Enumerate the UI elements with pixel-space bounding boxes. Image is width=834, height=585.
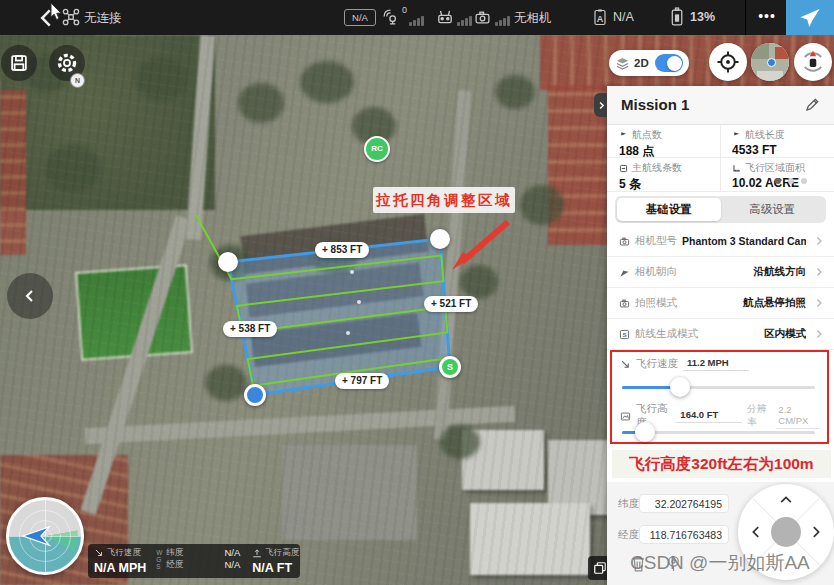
compass-disc — [6, 497, 84, 575]
map-mode-label: 2D — [634, 57, 649, 69]
mission-header: Mission 1 — [607, 86, 834, 125]
speed-icon — [620, 359, 631, 370]
compass-north-label: N — [70, 73, 85, 88]
chevron-right-icon — [814, 329, 824, 339]
takeoff-button[interactable] — [786, 0, 834, 35]
corner-handle-top-right[interactable] — [430, 229, 450, 249]
setting-photo-mode[interactable]: 拍照模式 航点悬停拍照 — [607, 288, 834, 319]
locate-button[interactable] — [709, 43, 747, 81]
heading-arrow-icon — [619, 267, 630, 278]
setting-route-mode[interactable]: S 航线生成模式 区内模式 — [607, 319, 834, 350]
camera-icon — [619, 236, 630, 247]
camera-icon — [474, 9, 491, 26]
layers-icon — [615, 56, 630, 71]
satellite-icon — [382, 8, 399, 25]
status-bar: 无连接 N/A 0 无相机 A N/A — [0, 0, 834, 35]
stat-mainline-count: 主航线条数 5 条 — [607, 158, 720, 191]
dpad-center[interactable] — [771, 517, 801, 547]
collapse-left-button[interactable] — [7, 273, 53, 319]
lat-label: 纬度 — [618, 497, 639, 511]
satellite-count: 0 — [402, 5, 407, 15]
waypoint-dot — [357, 300, 361, 304]
telemetry-lat-value: N/A — [224, 547, 240, 559]
setting-camera-heading[interactable]: 相机朝向 沿航线方向 — [607, 257, 834, 288]
mainline-icon — [619, 164, 628, 173]
chevron-right-icon — [597, 101, 606, 110]
speed-icon — [94, 548, 104, 558]
phone-battery-icon — [668, 7, 685, 27]
speed-slider[interactable] — [622, 386, 815, 389]
altitude-icon — [252, 548, 262, 558]
more-button[interactable]: ••• — [752, 6, 782, 28]
aircraft-heading-arrow — [23, 527, 49, 545]
compass-widget — [6, 497, 84, 575]
airplane-icon — [799, 7, 821, 29]
status-na-badge: N/A — [344, 9, 376, 26]
edge-distance-label: + 853 FT — [315, 242, 369, 258]
mouse-cursor — [50, 3, 64, 21]
watermark: CSDN @一别如斯AA — [630, 550, 810, 576]
nudge-left-button[interactable] — [746, 522, 766, 542]
edit-mission-button[interactable] — [804, 97, 822, 115]
telemetry-speed-label: 飞行速度 — [107, 547, 141, 559]
telemetry-bar: 飞行速度 N/A MPH WGS 纬度 N/A 经度 N/A 飞行高度 N/A … — [88, 544, 300, 578]
setting-camera-model[interactable]: 相机型号 Phantom 3 Standard Camera — [607, 226, 834, 257]
orientation-icon — [800, 49, 826, 75]
aircraft-battery-value: N/A — [613, 10, 634, 24]
waypoint-dot — [346, 331, 350, 335]
altitude-note: 飞行高度320ft左右为100m — [612, 450, 831, 478]
edge-distance-label: + 521 FT — [424, 296, 478, 312]
save-icon — [9, 53, 29, 73]
stat-route-length: 航线长度 4533 FT — [720, 125, 833, 158]
svg-text:A: A — [597, 14, 604, 24]
connection-status: 无连接 — [84, 10, 122, 27]
altitude-slider[interactable] — [622, 431, 815, 434]
map-mode-toggle[interactable]: 2D — [609, 50, 689, 76]
crosshair-icon — [716, 50, 740, 74]
telemetry-alt-value: N/A FT — [252, 561, 299, 575]
stat-waypoints: 航点数 188 点 — [607, 125, 720, 158]
telemetry-alt-label: 飞行高度 — [265, 547, 299, 559]
wgs-label: WGS — [156, 549, 163, 570]
panel-collapse-button[interactable] — [594, 93, 608, 117]
drone-icon — [62, 8, 80, 26]
telemetry-lon-label: 经度 — [166, 559, 183, 571]
nudge-up-button[interactable] — [776, 490, 796, 510]
highlight-annotation-box: 飞行速度 11.2 MPH 飞行高度 164.0 FT 分辨率 2.2 CM/P… — [610, 350, 829, 444]
corner-handle-bottom-left[interactable] — [244, 384, 266, 406]
lat-input[interactable]: 32.202764195 — [639, 494, 729, 513]
svg-text:S: S — [622, 330, 626, 337]
speed-slider-thumb[interactable] — [670, 377, 690, 397]
lon-input[interactable]: 118.716763483 — [639, 525, 729, 544]
save-button[interactable] — [1, 45, 37, 81]
speed-slider-row: 飞行速度 11.2 MPH — [620, 357, 819, 371]
altitude-slider-thumb[interactable] — [635, 422, 655, 442]
telemetry-lat-label: 纬度 — [166, 547, 183, 559]
route-start-marker[interactable]: S — [439, 356, 461, 378]
tab-basic-settings[interactable]: 基础设置 — [617, 198, 721, 221]
stats-page-dots — [775, 178, 807, 184]
tab-advanced-settings[interactable]: 高级设置 — [721, 198, 825, 221]
gear-icon — [56, 52, 78, 74]
chevron-right-icon — [814, 267, 824, 277]
tip-annotation: 拉托四角调整区域 — [373, 187, 515, 213]
rc-signal-bars — [457, 14, 473, 26]
nudge-right-button[interactable] — [806, 522, 826, 542]
2d-switch[interactable] — [655, 54, 683, 72]
topbar-divider — [745, 0, 746, 35]
camera-signal-bars — [495, 14, 511, 26]
aircraft-battery-icon: A — [592, 8, 608, 27]
mission-panel: Mission 1 航点数 188 点 航线长度 4533 FT 主航线条数 — [607, 86, 834, 585]
corner-handle-top-left[interactable] — [218, 252, 238, 272]
edge-distance-label: + 797 FT — [335, 373, 389, 389]
telemetry-speed-value: N/A MPH — [94, 561, 146, 575]
waypoint-icon — [619, 131, 628, 140]
overlap-windows-icon — [593, 561, 607, 575]
telemetry-lon-value: N/A — [224, 559, 240, 571]
minimap-button[interactable] — [751, 43, 789, 81]
edge-distance-label: + 538 FT — [223, 321, 277, 337]
orientation-button[interactable] — [794, 43, 832, 81]
gps-signal-bars — [409, 14, 425, 26]
settings-tabs: 基础设置 高级设置 — [615, 196, 826, 223]
mission-planner-app: S RC + 853 FT + 521 FT + 538 FT + 797 FT… — [0, 0, 834, 585]
